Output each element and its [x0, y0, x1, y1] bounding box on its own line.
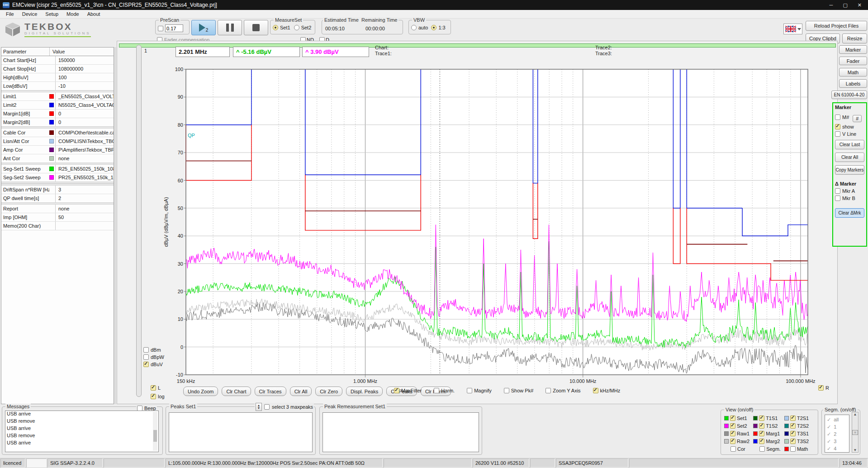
vline-checkbox[interactable]	[835, 131, 840, 137]
play-button[interactable]: 2	[191, 20, 216, 35]
table-row[interactable]: High[dBuV]100	[1, 73, 114, 82]
magnify-checkbox[interactable]	[467, 388, 472, 393]
dbpw-checkbox[interactable]	[143, 354, 149, 360]
table-row[interactable]: Low[dBuV]-10	[1, 82, 114, 91]
dbm-checkbox[interactable]	[143, 347, 149, 353]
mkr-b-checkbox[interactable]	[835, 196, 840, 201]
radio-vbw-1:3[interactable]	[431, 25, 436, 30]
khz-mhz-checkbox[interactable]	[593, 388, 598, 393]
segm-item-4[interactable]: ✓4	[827, 445, 849, 452]
table-row[interactable]: Chart Start[Hz]150000	[1, 56, 114, 65]
table-row[interactable]: Lisn/Att CorCOMP\LISN\Tekbox_TBOH01.lsc	[1, 137, 114, 146]
table-row[interactable]: Reportnone	[1, 205, 114, 213]
clear-all-button[interactable]: Clear All	[835, 153, 864, 162]
maximize-icon[interactable]: ▢	[843, 2, 847, 8]
t2s1-checkbox[interactable]	[790, 415, 796, 421]
table-row[interactable]: Seg-Set1 SweepR25_EN55025_150k_108M_AVG.…	[1, 165, 114, 173]
table-row[interactable]: Margin2[dB]0	[1, 118, 114, 127]
peaks-list[interactable]	[169, 412, 313, 452]
maxfilter-checkbox[interactable]	[394, 388, 399, 393]
table-row[interactable]: QP dwell time[s]2	[1, 194, 114, 203]
segm--checkbox[interactable]	[759, 446, 765, 452]
hash-button[interactable]: #	[853, 115, 862, 122]
r-checkbox[interactable]	[818, 385, 824, 391]
t1s1-checkbox[interactable]	[759, 415, 764, 421]
clr-zero-button[interactable]: Clr Zero	[315, 387, 342, 396]
table-row[interactable]: Chart Stop[Hz]108000000	[1, 65, 114, 73]
messages-scrollbar[interactable]	[153, 412, 157, 451]
log-checkbox[interactable]	[151, 394, 156, 399]
t2s2-checkbox[interactable]	[790, 423, 796, 429]
harm--checkbox[interactable]	[434, 388, 439, 393]
clear-last-button[interactable]: Clear Last	[835, 140, 864, 149]
messages-list[interactable]: USB arriveUSB removeUSB arriveUSB remove…	[5, 411, 159, 452]
language-selector[interactable]	[783, 24, 802, 34]
menu-item-mode[interactable]: Mode	[62, 10, 83, 18]
t3s2-checkbox[interactable]	[790, 439, 796, 444]
segm-scrollbar[interactable]: ▲ = ▼	[852, 412, 859, 453]
tab-fader[interactable]: Fader	[839, 57, 867, 65]
clr-all-button[interactable]: Clr All	[290, 387, 312, 396]
cor-checkbox[interactable]	[730, 446, 736, 452]
scroll-down-icon[interactable]: ▼	[854, 448, 857, 452]
tab-en-61000-4-20[interactable]: EN 61000-4-20	[831, 91, 867, 99]
peaks-spinner[interactable]: ▲▼	[256, 403, 262, 411]
menu-item-setup[interactable]: Setup	[41, 10, 62, 18]
table-row[interactable]: DriftSpan n*RBW [Hz]3	[1, 186, 114, 194]
t1s2-checkbox[interactable]	[759, 423, 764, 429]
radio-vbw-auto[interactable]	[411, 25, 417, 30]
table-row[interactable]: Cable CorCOMP\Other\testcable.cac	[1, 129, 114, 137]
tab-marker[interactable]: Marker	[839, 45, 867, 54]
table-row[interactable]: Ant Cornone	[1, 154, 114, 163]
scroll-thumb[interactable]: =	[852, 430, 858, 435]
displ-peaks-button[interactable]: Displ. Peaks	[346, 387, 383, 396]
remeasurement-list[interactable]	[323, 412, 479, 452]
panel-splitter[interactable]	[114, 47, 116, 404]
show-pk--checkbox[interactable]	[504, 388, 509, 393]
segm-item-1[interactable]: ✓1	[827, 423, 849, 430]
raw1-checkbox[interactable]	[730, 431, 735, 436]
tab-labels[interactable]: Labels	[839, 79, 867, 88]
radio-set2[interactable]	[294, 25, 299, 30]
set2-checkbox[interactable]	[730, 423, 735, 429]
menu-item-file[interactable]: File	[2, 10, 18, 18]
show-checkbox[interactable]	[835, 124, 840, 129]
pause-button[interactable]	[218, 20, 242, 35]
tab-math[interactable]: Math	[839, 68, 867, 76]
undo-zoom-button[interactable]: Undo Zoom	[183, 387, 218, 396]
marg1-checkbox[interactable]	[759, 431, 764, 436]
set1-checkbox[interactable]	[730, 415, 735, 421]
clr-chart-button[interactable]: Clr Chart	[222, 387, 251, 396]
segm-list[interactable]: ✓all✓1✓2✓3✓4	[825, 415, 849, 453]
menu-item-about[interactable]: About	[83, 10, 104, 18]
minimize-icon[interactable]: ─	[830, 2, 833, 8]
table-row[interactable]: Amp CorP\Amplifiers\Tekbox_TBFL1.amp	[1, 146, 114, 154]
mkr-a-checkbox[interactable]	[835, 188, 840, 194]
dbuv-checkbox[interactable]	[143, 362, 149, 367]
resize-button[interactable]: Resize	[842, 33, 867, 43]
close-icon[interactable]: ✕	[858, 2, 862, 8]
clr-traces-button[interactable]: Clr Traces	[255, 387, 286, 396]
copy-markers-button[interactable]: Copy Markers	[835, 165, 864, 175]
segm-item-2[interactable]: ✓2	[827, 430, 849, 438]
marg2-checkbox[interactable]	[759, 439, 764, 444]
table-row[interactable]: Margin1[dB]0	[1, 110, 114, 118]
menu-item-device[interactable]: Device	[18, 10, 42, 18]
segm-item-3[interactable]: ✓3	[827, 438, 849, 445]
select-maxpeaks-checkbox[interactable]	[264, 404, 270, 410]
table-row[interactable]: Seg-Set2 SweepPR25_EN55025_150k_108M_PK.…	[1, 173, 114, 182]
scroll-up-icon[interactable]: ▲	[854, 412, 857, 416]
zoom-y-axis-checkbox[interactable]	[545, 388, 551, 393]
table-row[interactable]: Limit1_EN55025_Class4_VOLTAGE_AVG.lim	[1, 92, 114, 101]
table-row[interactable]: Memo(200 Char)	[1, 222, 114, 230]
table-row[interactable]: Limit2N55025_Class4_VOLTAGE_PK_QP.lim	[1, 101, 114, 110]
reload-project-files-button[interactable]: Reload Project Files	[806, 21, 867, 31]
prescan-checkbox[interactable]	[158, 26, 163, 31]
t3s1-checkbox[interactable]	[790, 431, 796, 436]
raw2-checkbox[interactable]	[730, 439, 735, 444]
math-checkbox[interactable]	[790, 446, 796, 452]
table-row[interactable]: Imp [OHM]50	[1, 213, 114, 222]
stop-button[interactable]	[244, 20, 268, 35]
radio-set1[interactable]	[273, 25, 278, 30]
m-number-checkbox[interactable]	[835, 115, 840, 120]
